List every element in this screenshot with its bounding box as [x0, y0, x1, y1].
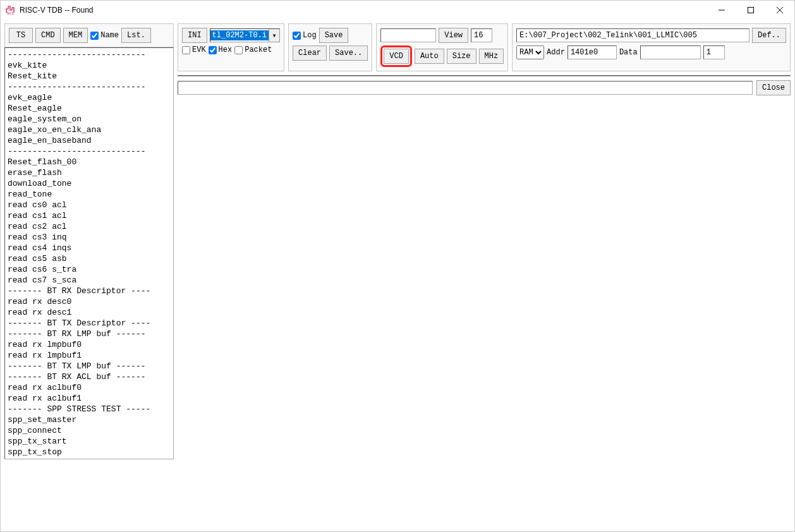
window-controls: [707, 1, 794, 20]
ini-group: INI tl_02M2-T0.i ▾ EVK Hex Packet: [178, 23, 284, 71]
view-group: View VCD Auto Size MHz: [376, 23, 508, 71]
vcd-highlight: VCD: [380, 45, 412, 67]
ini-button[interactable]: INI: [182, 28, 207, 43]
auto-button[interactable]: Auto: [415, 49, 444, 64]
view-value-input[interactable]: [471, 28, 492, 42]
main-canvas[interactable]: [178, 75, 791, 76]
lst-button[interactable]: Lst.: [121, 28, 151, 43]
name-checkbox[interactable]: Name: [90, 31, 119, 40]
app-icon: hci: [6, 5, 16, 15]
name-checkbox-label: Name: [100, 31, 119, 40]
close-window-button[interactable]: [765, 1, 794, 20]
window-title: RISC-V TDB -- Found: [20, 6, 93, 15]
left-column: TS CMD MEM Name Lst. -------------------…: [4, 23, 174, 459]
command-input[interactable]: [178, 81, 753, 95]
packet-checkbox[interactable]: Packet: [234, 45, 272, 54]
svg-text:hci: hci: [7, 11, 14, 15]
bottom-bar: Close: [178, 76, 791, 95]
maximize-button[interactable]: [736, 1, 765, 20]
svg-rect-2: [748, 8, 754, 13]
client-area: TS CMD MEM Name Lst. -------------------…: [1, 20, 794, 531]
count-input[interactable]: [703, 45, 725, 59]
left-button-group: TS CMD MEM Name Lst.: [4, 23, 174, 47]
save-button[interactable]: Save: [319, 28, 349, 43]
def-button[interactable]: Def..: [752, 28, 786, 43]
evk-checkbox-input[interactable]: [182, 46, 190, 54]
hex-checkbox[interactable]: Hex: [209, 45, 233, 54]
log-checkbox-input[interactable]: [293, 32, 301, 40]
top-toolbar: TS CMD MEM Name Lst. -------------------…: [4, 23, 791, 459]
hex-checkbox-label: Hex: [219, 45, 233, 54]
packet-checkbox-label: Packet: [245, 45, 272, 54]
addr-input[interactable]: [567, 45, 617, 59]
cmd-button[interactable]: CMD: [35, 28, 61, 43]
log-checkbox-label: Log: [303, 31, 317, 40]
view-input-blank[interactable]: [380, 28, 436, 42]
evk-checkbox-label: EVK: [192, 45, 206, 54]
log-group: Log Save Clear Save..: [288, 23, 372, 71]
right-column: INI tl_02M2-T0.i ▾ EVK Hex Packet: [178, 23, 791, 95]
name-checkbox-input[interactable]: [90, 32, 99, 40]
ini-combo-selected: tl_02M2-T0.i: [210, 30, 269, 40]
view-button[interactable]: View: [439, 28, 468, 43]
path-input[interactable]: [516, 28, 749, 42]
addr-label: Addr: [547, 48, 565, 57]
vcd-button[interactable]: VCD: [384, 49, 409, 64]
save-as-button[interactable]: Save..: [329, 45, 368, 61]
clear-button[interactable]: Clear: [293, 45, 327, 61]
ts-button[interactable]: TS: [9, 28, 33, 43]
close-button[interactable]: Close: [756, 80, 791, 95]
ram-select[interactable]: RAM: [516, 45, 544, 59]
size-button[interactable]: Size: [447, 49, 476, 64]
data-label: Data: [619, 48, 638, 57]
ini-combo[interactable]: tl_02M2-T0.i ▾: [210, 28, 280, 42]
horizontal-scrollbar[interactable]: [178, 75, 779, 76]
log-checkbox[interactable]: Log: [293, 31, 317, 40]
command-list[interactable]: ---------------------------- evk_kite Re…: [4, 47, 174, 459]
mem-button[interactable]: MEM: [63, 28, 88, 43]
data-input[interactable]: [640, 45, 701, 59]
minimize-button[interactable]: [707, 1, 736, 20]
hex-checkbox-input[interactable]: [209, 46, 217, 54]
evk-checkbox[interactable]: EVK: [182, 45, 206, 54]
mhz-button[interactable]: MHz: [479, 49, 504, 64]
chevron-down-icon[interactable]: ▾: [269, 29, 279, 42]
app-window: hci RISC-V TDB -- Found TS CMD MEM Name: [0, 0, 795, 532]
addr-group: Def.. RAM Addr Data: [512, 23, 791, 71]
packet-checkbox-input[interactable]: [234, 46, 243, 54]
titlebar: hci RISC-V TDB -- Found: [1, 1, 794, 20]
